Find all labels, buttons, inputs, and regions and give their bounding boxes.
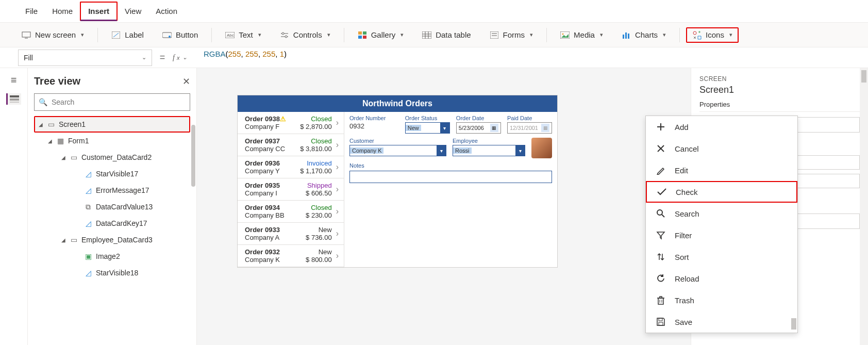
order-row[interactable]: Order 0936Company Y Invoiced$ 1,170.00 › (238, 156, 344, 178)
order-row[interactable]: Order 0932Company K New$ 800.00 › (238, 245, 344, 267)
chart-icon (622, 30, 631, 40)
chevron-down-icon: ▾ (400, 31, 404, 38)
icon-item-sort[interactable]: Sort (646, 246, 797, 268)
svg-rect-44 (659, 322, 663, 325)
icons-menu-scrollbar[interactable] (791, 117, 796, 332)
paid-date-input[interactable]: 12/31/2001▦ (507, 122, 552, 134)
controls-dropdown[interactable]: Controls▾ (273, 27, 338, 43)
forms-dropdown[interactable]: Forms▾ (482, 27, 541, 43)
order-row[interactable]: Order 0933Company A New$ 736.00 › (238, 223, 344, 245)
treeview-icon[interactable] (6, 93, 21, 105)
label-icon: ◿ (84, 170, 93, 178)
order-status-dropdown[interactable]: New▾ (405, 122, 450, 134)
tree-node-errormessage17[interactable]: ◿ErrorMessage17 (34, 182, 190, 199)
fx-button[interactable]: fx⌄ (173, 54, 198, 62)
notes-input[interactable] (349, 171, 552, 183)
icon-item-filter[interactable]: Filter (646, 224, 797, 246)
calendar-icon: ▦ (541, 124, 549, 132)
screen-icon: ▭ (46, 120, 56, 128)
gallery-icon (358, 30, 367, 40)
tree-node-form1[interactable]: ◢▦Form1 (34, 133, 190, 149)
datatable-button[interactable]: Data table (415, 27, 478, 43)
icon-item-check[interactable]: Check (646, 181, 797, 203)
svg-rect-29 (10, 95, 19, 97)
icon-item-edit[interactable]: Edit (646, 159, 797, 181)
menu-file[interactable]: File (18, 3, 45, 20)
tree-node-employee-datacard[interactable]: ◢▭Employee_DataCard3 (34, 232, 190, 248)
order-row[interactable]: Order 0934Company BB Closed$ 230.00 › (238, 201, 344, 223)
employee-dropdown[interactable]: Rossi▾ (453, 145, 525, 156)
icon-item-reload[interactable]: Reload (646, 268, 797, 289)
chevron-right-icon: › (336, 140, 339, 150)
tree-node-customer-datacard[interactable]: ◢▭Customer_DataCard2 (34, 149, 190, 166)
svg-rect-13 (358, 36, 362, 39)
tree-search-input[interactable] (52, 98, 186, 106)
form-icon (490, 30, 499, 40)
app-preview: Northwind Orders Order 0938⚠Company F Cl… (237, 95, 558, 268)
tab-properties[interactable]: Properties (699, 101, 730, 111)
icon-item-trash[interactable]: Trash (646, 289, 797, 311)
svg-rect-20 (490, 31, 498, 39)
app-scrollbar[interactable] (860, 68, 868, 345)
svg-rect-26 (625, 32, 627, 39)
icons-dropdown[interactable]: Icons▾ (686, 27, 739, 43)
media-dropdown[interactable]: Media▾ (553, 27, 610, 43)
tree-view-title: Tree view (34, 75, 80, 87)
edit-icon (655, 166, 666, 175)
selected-control-name: Screen1 (699, 85, 860, 95)
image-icon: ▣ (84, 252, 93, 260)
tree-node-starvisible17[interactable]: ◿StarVisible17 (34, 166, 190, 182)
tree-node-image2[interactable]: ▣Image2 (34, 248, 190, 265)
chevron-right-icon: › (336, 251, 339, 260)
close-icon[interactable]: ✕ (182, 76, 190, 87)
customer-dropdown[interactable]: Company K▾ (349, 145, 446, 156)
chevron-down-icon: ▾ (327, 31, 330, 38)
menu-home[interactable]: Home (45, 3, 80, 20)
employee-avatar (531, 138, 552, 158)
menu-view[interactable]: View (118, 3, 148, 20)
icon-item-save[interactable]: Save (646, 311, 797, 333)
svg-rect-31 (10, 102, 19, 103)
search-icon (655, 209, 666, 218)
gallery-dropdown[interactable]: Gallery▾ (350, 27, 411, 43)
menu-action[interactable]: Action (148, 3, 185, 20)
save-icon (655, 317, 666, 326)
order-row[interactable]: Order 0938⚠Company F Closed$ 2,870.00 › (238, 112, 344, 134)
order-gallery[interactable]: Order 0938⚠Company F Closed$ 2,870.00 ›O… (238, 112, 344, 267)
order-date-input[interactable]: 5/23/2006▦ (456, 122, 501, 134)
chevron-down-icon: ⌄ (142, 54, 146, 61)
property-selector[interactable]: Fill ⌄ (18, 50, 152, 66)
svg-rect-12 (363, 31, 366, 35)
icons-icon (692, 30, 702, 40)
tree-node-starvisible18[interactable]: ◿StarVisible18 (34, 265, 190, 281)
form-icon: ▦ (56, 137, 65, 145)
formula-input[interactable]: RGBA(255, 255, 255, 1) (198, 50, 868, 66)
text-dropdown[interactable]: Abc Text▾ (218, 27, 269, 43)
charts-dropdown[interactable]: Charts▾ (614, 27, 673, 43)
tree-search[interactable]: 🔍 (34, 93, 190, 111)
new-screen-button[interactable]: New screen▾ (14, 27, 91, 43)
icon-item-cancel[interactable]: Cancel (646, 138, 797, 159)
canvas-area[interactable]: Northwind Orders Order 0938⚠Company F Cl… (197, 68, 691, 345)
tree-scrollbar[interactable] (191, 125, 195, 187)
tree-node-screen1[interactable]: ◢▭Screen1 (34, 116, 190, 133)
left-rail: ≡ (0, 68, 28, 345)
chevron-down-icon: ▾ (515, 145, 525, 156)
order-row[interactable]: Order 0937Company CC Closed$ 3,810.00 › (238, 134, 344, 156)
svg-line-37 (662, 215, 664, 217)
svg-point-24 (562, 33, 564, 35)
button-button[interactable]: Button (155, 27, 205, 43)
sort-icon (655, 252, 666, 261)
label-icon: ◿ (84, 186, 93, 194)
order-row[interactable]: Order 0935Company I Shipped$ 606.50 › (238, 178, 344, 201)
table-icon (422, 30, 431, 40)
icon-item-search[interactable]: Search (646, 203, 797, 224)
menu-insert[interactable]: Insert (80, 2, 118, 21)
equals-label: = (152, 52, 173, 63)
reload-icon (655, 274, 666, 283)
tree-node-datacardvalue13[interactable]: ⧉DataCardValue13 (34, 199, 190, 215)
hamburger-icon[interactable]: ≡ (11, 74, 17, 86)
tree-node-datacardkey17[interactable]: ◿DataCardKey17 (34, 215, 190, 232)
label-button[interactable]: Label (104, 27, 151, 43)
icon-item-add[interactable]: Add (646, 116, 797, 138)
